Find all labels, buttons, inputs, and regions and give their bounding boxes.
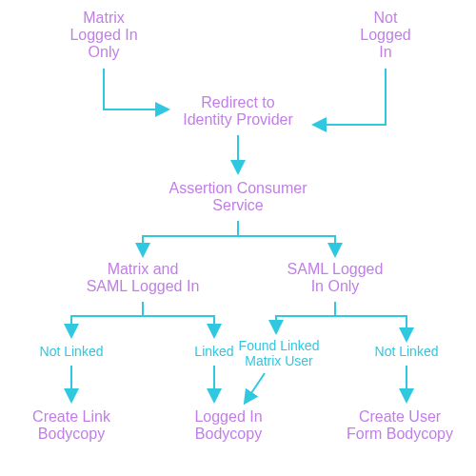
arrow-fork-left-notlinked (71, 302, 143, 335)
node-acs-l2: Service (212, 197, 263, 213)
node-create-user-l2: Form Bodycopy (347, 426, 453, 442)
node-create-link-l2: Bodycopy (38, 426, 105, 442)
node-matrix-saml-l1: Matrix and (108, 261, 179, 277)
arrow-fork-right-found (276, 302, 335, 331)
edge-linked: Linked (194, 344, 233, 359)
node-redirect-l1: Redirect to (201, 94, 274, 110)
edge-found-linked-l2: Matrix User (245, 353, 313, 368)
node-logged-in-l1: Logged In (194, 408, 262, 425)
node-logged-in-l2: Bodycopy (195, 426, 262, 442)
edge-not-linked-right: Not Linked (375, 344, 439, 359)
saml-flow-diagram: Matrix Logged In Only Not Logged In Redi… (0, 0, 476, 476)
arrow-found-to-loggedin (246, 373, 265, 402)
node-not-logged-in-l2: Logged (360, 27, 410, 43)
edge-found-linked-l1: Found Linked (239, 338, 320, 353)
arrow-acs-to-samlonly (238, 221, 335, 254)
node-saml-only-l2: In Only (311, 278, 360, 294)
arrow-acs-to-matrixsaml (143, 221, 238, 254)
node-not-logged-in-l3: In (379, 44, 391, 60)
node-matrix-logged-in-only-l1: Matrix (83, 10, 125, 26)
node-matrix-logged-in-only-l3: Only (89, 44, 120, 60)
node-matrix-logged-in-only-l2: Logged In (69, 27, 137, 43)
arrow-matrix-to-redirect (104, 69, 167, 109)
node-redirect-l2: Identity Provider (183, 111, 293, 128)
node-matrix-saml-l2: SAML Logged In (87, 278, 200, 294)
node-saml-only-l1: SAML Logged (288, 261, 384, 277)
node-acs-l1: Assertion Consumer (169, 180, 308, 196)
node-not-logged-in-l1: Not (374, 10, 398, 26)
arrow-notlogged-to-redirect (315, 69, 386, 125)
node-create-link-l1: Create Link (32, 408, 111, 425)
edge-not-linked-left: Not Linked (40, 344, 104, 359)
node-create-user-l1: Create User (359, 408, 442, 425)
arrow-fork-left-linked (143, 302, 214, 335)
arrow-fork-right-notlinked (335, 302, 407, 339)
